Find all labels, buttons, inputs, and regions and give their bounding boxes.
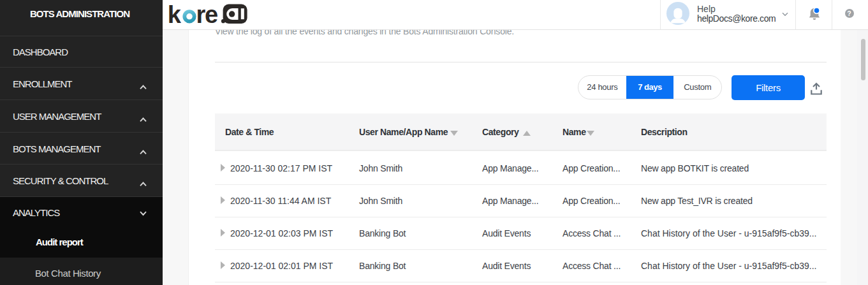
svg-text:k: k — [168, 1, 182, 26]
svg-text:re: re — [196, 1, 217, 26]
